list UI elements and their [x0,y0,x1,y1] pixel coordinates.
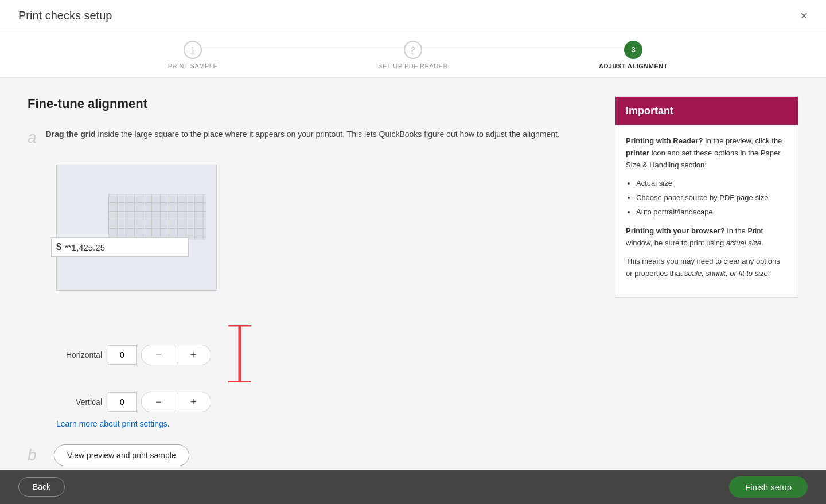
important-header: Important [615,97,798,125]
vertical-label: Vertical [56,397,102,407]
printing-browser-end: . [761,239,763,247]
printing-options-list: Actual size Choose paper source by PDF p… [636,178,788,218]
cursor-icon-area [223,325,257,385]
footer: Back Finish setup [0,470,826,504]
step-3-label: ADJUST ALIGNMENT [599,62,668,69]
check-amount: **1,425.25 [65,243,122,252]
left-panel: Fine-tune alignment a Drag the grid insi… [28,96,597,470]
cursor-svg [223,325,257,382]
footer-end: . [768,269,770,278]
step-a-block: a Drag the grid inside the large square … [28,127,597,155]
step-1-label: PRINT SAMPLE [168,62,218,69]
main-content: Fine-tune alignment a Drag the grid insi… [0,78,826,470]
check-amount-row: $ **1,425.25 [51,237,189,257]
printing-reader-bold: Printing with Reader? [626,136,703,145]
horizontal-btn-group: − + [141,345,211,365]
horizontal-minus-btn[interactable]: − [142,345,176,365]
dollar-sign: $ [56,242,61,252]
horizontal-label: Horizontal [56,350,102,360]
learn-more-link[interactable]: Learn more about print settings. [56,419,597,428]
step-2: 2 SET UP PDF READER [303,41,523,69]
printing-reader-paragraph: Printing with Reader? In the preview, cl… [626,135,788,171]
vertical-control-row: Vertical − + [56,392,597,412]
printing-browser-bold: Printing with your browser? [626,226,725,235]
printing-reader-text: In the preview, click the [703,136,782,145]
step-3: 3 ADJUST ALIGNMENT [523,41,743,69]
instruction-rest: inside the large square to the place whe… [96,130,560,139]
stepper: 1 PRINT SAMPLE 2 SET UP PDF READER 3 ADJ… [0,32,826,78]
list-item-1: Actual size [636,178,788,190]
step-2-label: SET UP PDF READER [378,62,448,69]
vertical-plus-btn[interactable]: + [176,392,211,412]
important-box: Important Printing with Reader? In the p… [615,96,798,298]
right-panel: Important Printing with Reader? In the p… [615,96,798,470]
step-1-circle: 1 [184,41,202,59]
grid-preview-area[interactable]: $ **1,425.25 [56,165,217,291]
footer-paragraph: This means you may need to clear any opt… [626,256,788,280]
close-button[interactable]: × [800,10,808,22]
instruction-paragraph: Drag the grid inside the large square to… [46,127,560,142]
printer-text: icon and set these options in the Paper … [626,149,781,169]
horizontal-plus-btn[interactable]: + [176,345,211,365]
vertical-btn-group: − + [141,392,211,412]
finish-setup-button[interactable]: Finish setup [729,476,808,498]
printer-bold: printer [626,149,649,157]
vertical-input[interactable] [108,392,137,412]
grid-cells [108,194,206,240]
vertical-minus-btn[interactable]: − [142,392,176,412]
view-preview-button[interactable]: View preview and print sample [54,444,189,466]
important-body: Printing with Reader? In the preview, cl… [615,125,798,297]
step-1: 1 PRINT SAMPLE [83,41,303,69]
dialog-title: Print checks setup [18,9,112,22]
step-b-block: b View preview and print sample [28,444,597,466]
step-3-circle: 3 [624,41,642,59]
grid-draggable[interactable]: $ **1,425.25 [108,194,206,240]
step-2-circle: 2 [404,41,422,59]
section-title: Fine-tune alignment [28,96,597,111]
actual-size-italic: actual size [726,239,761,247]
instruction-bold: Drag the grid [46,130,96,139]
horizontal-input[interactable] [108,345,137,365]
list-item-2: Choose paper source by PDF page size [636,192,788,204]
step-a-letter: a [28,128,37,147]
header: Print checks setup × [0,0,826,32]
step-b-letter: b [28,446,45,464]
list-item-3: Auto portrait/landscape [636,206,788,218]
alignment-controls: Horizontal − + Vertical [56,325,597,412]
printing-browser-paragraph: Printing with your browser? In the Print… [626,225,788,249]
footer-italic: scale, shrink, or fit to size [684,269,768,278]
horizontal-control-row: Horizontal − + [56,325,597,385]
back-button[interactable]: Back [18,477,65,497]
